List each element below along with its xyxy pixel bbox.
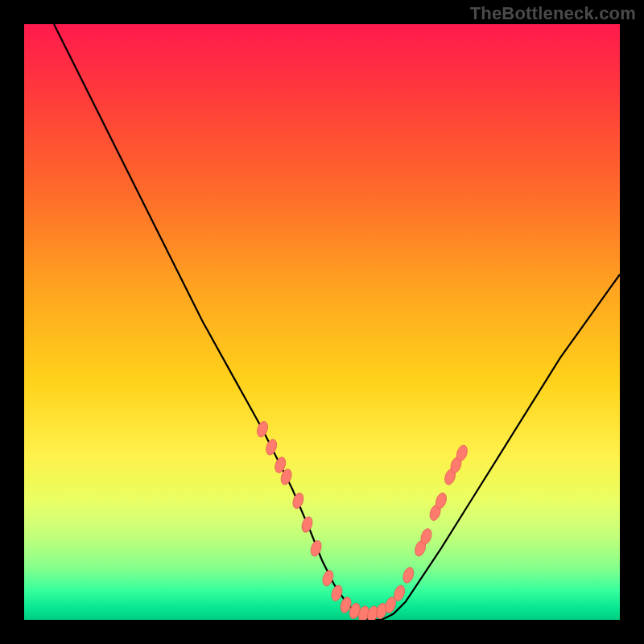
data-marker [330, 584, 345, 602]
data-marker [291, 492, 306, 510]
data-marker [264, 438, 279, 456]
chart-plot-area [24, 24, 620, 620]
data-marker [321, 569, 336, 588]
data-marker [309, 539, 324, 558]
watermark-text: TheBottleneck.com [470, 3, 636, 24]
markers-group [255, 420, 469, 620]
chart-svg [24, 24, 620, 620]
data-marker [402, 566, 416, 584]
data-marker [255, 420, 270, 439]
app-frame: TheBottleneck.com [0, 0, 644, 644]
bottleneck-curve [54, 24, 620, 620]
data-marker [300, 515, 315, 534]
